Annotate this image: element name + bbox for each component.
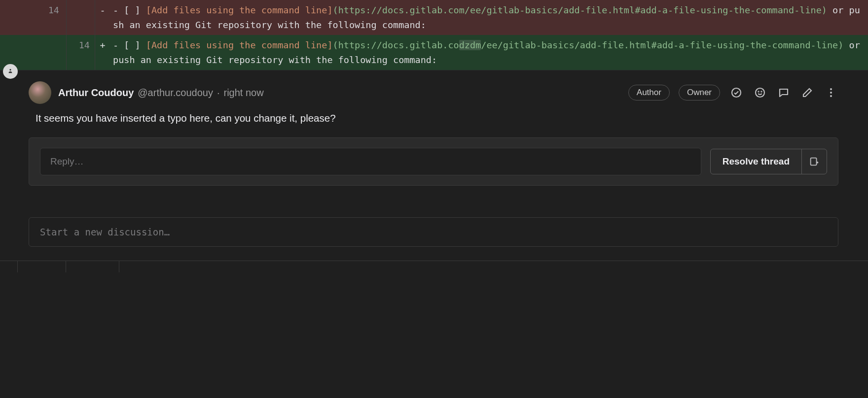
separator-dot: · <box>217 87 220 99</box>
diff-line-added: 14 + - [ ] [Add files using the command … <box>0 35 868 70</box>
svg-point-2 <box>756 88 764 97</box>
diff-sign: - <box>95 0 110 35</box>
diff-line-removed: 14 - - [ ] [Add files using the command … <box>0 0 868 35</box>
emoji-icon[interactable] <box>753 85 767 100</box>
url-changed: m <box>459 5 465 15</box>
diff-code[interactable]: - [ ] [Add files using the command line]… <box>110 35 868 70</box>
footer-separator <box>0 261 868 272</box>
url-changed-highlight: dzdm <box>459 40 481 50</box>
reply-icon[interactable] <box>776 85 791 100</box>
author-handle[interactable]: @arthur.coudouy <box>138 87 213 99</box>
svg-rect-8 <box>811 158 817 166</box>
comment-actions: Author Owner <box>628 85 838 100</box>
diff-view: 14 - - [ ] [Add files using the command … <box>0 0 868 70</box>
comment-timestamp: right now <box>224 87 264 99</box>
edit-icon[interactable] <box>800 85 815 100</box>
bracket-open: [ <box>146 40 151 50</box>
reply-container: Resolve thread <box>29 137 838 186</box>
paren-open: ( <box>333 40 338 50</box>
url-part2: /ee/gitlab-basics/add-file.html#add-a-fi… <box>465 5 822 15</box>
link-text: Add files using the command line <box>151 5 327 15</box>
paren-close: ) <box>822 5 827 15</box>
comment-header: Arthur Coudouy @arthur.coudouy · right n… <box>29 81 838 104</box>
avatar[interactable] <box>29 81 51 104</box>
author-badge: Author <box>628 85 670 100</box>
comment-thread: Arthur Coudouy @arthur.coudouy · right n… <box>0 70 868 191</box>
url-part1: https://docs.gitlab.co <box>338 5 459 15</box>
paren-open: ( <box>333 5 338 15</box>
link-text: Add files using the command line <box>151 40 327 50</box>
old-line-number: 14 <box>0 0 67 35</box>
svg-point-5 <box>830 88 832 90</box>
svg-point-7 <box>830 95 832 97</box>
bracket-close: ] <box>327 5 332 15</box>
diff-code[interactable]: - [ ] [Add files using the command line]… <box>110 0 868 35</box>
new-line-number: 14 <box>67 35 95 70</box>
svg-point-6 <box>830 92 832 94</box>
resolve-group: Resolve thread <box>710 149 827 174</box>
author-line: Arthur Coudouy @arthur.coudouy · right n… <box>58 87 621 99</box>
resolve-thread-button[interactable]: Resolve thread <box>711 149 801 174</box>
url-part1: https://docs.gitlab.co <box>338 40 459 50</box>
new-line-number <box>67 0 95 35</box>
new-discussion-container <box>29 217 838 247</box>
url-part2: /ee/gitlab-basics/add-file.html#add-a-fi… <box>481 40 838 50</box>
create-issue-icon[interactable] <box>801 149 827 174</box>
code-prefix: - [ ] <box>113 40 146 50</box>
new-discussion-input[interactable] <box>29 217 838 247</box>
author-name[interactable]: Arthur Coudouy <box>58 87 134 99</box>
svg-point-4 <box>761 92 761 92</box>
bracket-open: [ <box>146 5 151 15</box>
paren-close: ) <box>838 40 843 50</box>
resolve-check-icon[interactable] <box>729 85 744 100</box>
svg-point-0 <box>9 69 11 70</box>
diff-sign: + <box>95 35 110 70</box>
comment-body: It seems you have inserted a typo here, … <box>29 111 838 126</box>
svg-point-3 <box>758 92 759 92</box>
bracket-close: ] <box>327 40 332 50</box>
owner-badge: Owner <box>679 85 720 100</box>
code-prefix: - [ ] <box>113 5 146 15</box>
add-comment-bubble[interactable] <box>3 64 18 79</box>
reply-input[interactable] <box>40 148 701 175</box>
more-icon[interactable] <box>824 85 838 100</box>
